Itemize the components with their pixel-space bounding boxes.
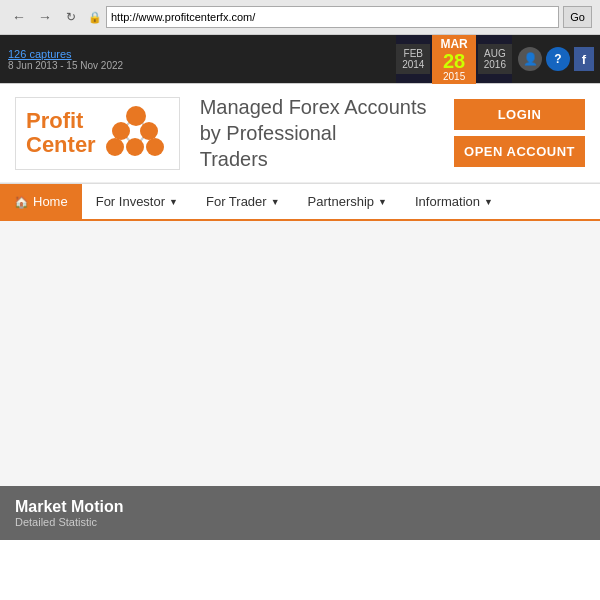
partnership-dropdown-arrow: ▼ bbox=[378, 197, 387, 207]
open-account-button[interactable]: OPEN ACCOUNT bbox=[454, 136, 585, 167]
nav-partnership-label: Partnership bbox=[308, 194, 374, 209]
svg-point-7 bbox=[112, 122, 130, 140]
nav-partnership[interactable]: Partnership ▼ bbox=[294, 184, 401, 219]
wayback-aug-label: AUG bbox=[484, 48, 506, 59]
logo-line2: Center bbox=[26, 132, 96, 157]
svg-point-6 bbox=[126, 106, 146, 126]
svg-point-10 bbox=[126, 138, 144, 156]
wayback-info-icon[interactable]: ? bbox=[546, 47, 570, 71]
market-motion-title: Market Motion bbox=[15, 498, 585, 516]
browser-chrome: ← → ↻ 🔒 Go 126 captures 8 Jun 2013 - 15 … bbox=[0, 0, 600, 84]
nav-for-investor[interactable]: For Investor ▼ bbox=[82, 184, 192, 219]
market-motion-section: Market Motion Detailed Statistic bbox=[0, 486, 600, 540]
site-header: Profit Center bbox=[0, 84, 600, 183]
tagline-line1: Managed Forex Accounts by Professional bbox=[200, 96, 427, 144]
wayback-day-num: 28 bbox=[443, 51, 465, 71]
svg-point-8 bbox=[140, 122, 158, 140]
lock-icon: 🔒 bbox=[88, 11, 102, 24]
nav-home-label: Home bbox=[33, 194, 68, 209]
wayback-icons: 👤 ? f bbox=[512, 35, 600, 83]
tagline-line2: Traders bbox=[200, 148, 268, 170]
forward-button[interactable]: → bbox=[34, 6, 56, 28]
logo-box: Profit Center bbox=[15, 97, 180, 170]
information-dropdown-arrow: ▼ bbox=[484, 197, 493, 207]
wayback-left: 126 captures 8 Jun 2013 - 15 Nov 2022 bbox=[0, 35, 396, 83]
reload-button[interactable]: ↻ bbox=[60, 6, 82, 28]
nav-information-label: Information bbox=[415, 194, 480, 209]
svg-point-9 bbox=[106, 138, 124, 156]
nav-home[interactable]: 🏠 Home bbox=[0, 184, 82, 219]
main-content-area bbox=[0, 221, 600, 486]
market-motion-subtitle: Detailed Statistic bbox=[15, 516, 585, 528]
logo-line1: Profit bbox=[26, 108, 83, 133]
wayback-user-icon[interactable]: 👤 bbox=[518, 47, 542, 71]
wayback-mar-28-2015[interactable]: MAR 28 2015 bbox=[432, 35, 475, 84]
browser-nav-buttons: ← → ↻ bbox=[8, 6, 82, 28]
nav-information[interactable]: Information ▼ bbox=[401, 184, 507, 219]
wayback-year-label: 2015 bbox=[443, 71, 465, 82]
back-button[interactable]: ← bbox=[8, 6, 30, 28]
wayback-month-name: MAR bbox=[440, 37, 467, 51]
nav-for-trader[interactable]: For Trader ▼ bbox=[192, 184, 294, 219]
go-button[interactable]: Go bbox=[563, 6, 592, 28]
address-bar[interactable] bbox=[106, 6, 559, 28]
login-button[interactable]: LOGIN bbox=[454, 99, 585, 130]
wayback-2014-label: 2014 bbox=[402, 59, 424, 70]
nav-investor-label: For Investor bbox=[96, 194, 165, 209]
svg-point-11 bbox=[146, 138, 164, 156]
wayback-feb-2014[interactable]: FEB 2014 bbox=[396, 44, 430, 74]
site-body: Profit Center bbox=[0, 84, 600, 540]
header-tagline: Managed Forex Accounts by Professional T… bbox=[200, 94, 434, 172]
navigation-bar: 🏠 Home For Investor ▼ For Trader ▼ Partn… bbox=[0, 183, 600, 221]
facebook-icon[interactable]: f bbox=[574, 47, 594, 71]
browser-top-bar: ← → ↻ 🔒 Go bbox=[0, 0, 600, 35]
wayback-captures-link[interactable]: 126 captures bbox=[8, 48, 388, 60]
wayback-calendar: FEB 2014 MAR 28 2015 AUG 2016 bbox=[396, 35, 512, 83]
wayback-aug-2016[interactable]: AUG 2016 bbox=[478, 44, 512, 74]
logo-text: Profit Center bbox=[26, 109, 96, 157]
logo-svg bbox=[104, 106, 169, 164]
investor-dropdown-arrow: ▼ bbox=[169, 197, 178, 207]
address-bar-container: 🔒 Go bbox=[88, 6, 592, 28]
wayback-2016-label: 2016 bbox=[484, 59, 506, 70]
home-icon: 🏠 bbox=[14, 195, 29, 209]
wayback-feb-label: FEB bbox=[404, 48, 423, 59]
header-buttons: LOGIN OPEN ACCOUNT bbox=[454, 99, 585, 167]
wayback-date-range: 8 Jun 2013 - 15 Nov 2022 bbox=[8, 60, 388, 71]
trader-dropdown-arrow: ▼ bbox=[271, 197, 280, 207]
logo-icon bbox=[104, 106, 169, 161]
nav-trader-label: For Trader bbox=[206, 194, 267, 209]
wayback-bar: 126 captures 8 Jun 2013 - 15 Nov 2022 FE… bbox=[0, 35, 600, 83]
